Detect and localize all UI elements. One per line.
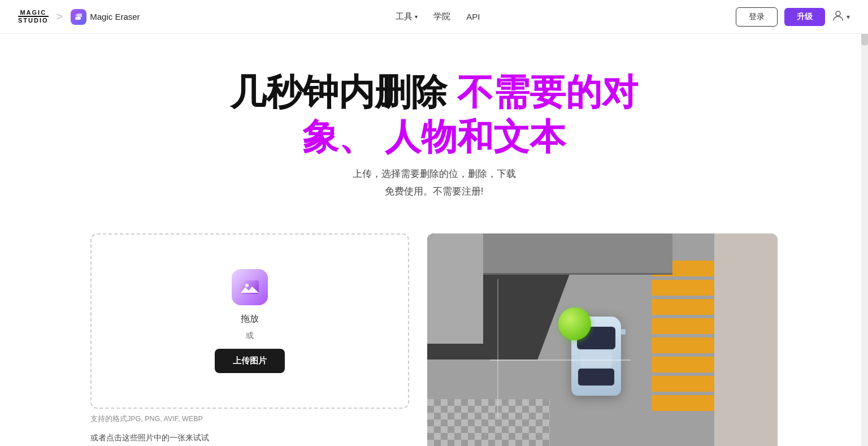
crosswalk <box>652 261 715 440</box>
stripe-4 <box>652 318 715 334</box>
stripe-3 <box>652 299 715 315</box>
nav-tools[interactable]: 工具 ▾ <box>396 11 418 22</box>
aerial-scene <box>427 233 778 446</box>
upgrade-button[interactable]: 升级 <box>784 8 825 26</box>
stripe-8 <box>652 395 715 411</box>
nav-api[interactable]: API <box>466 12 480 21</box>
geo-pattern <box>427 399 550 446</box>
nav-center: 工具 ▾ 学院 API <box>396 11 480 22</box>
hero-section: 几秒钟内删除 不需要的对 象、 人物和文本 上传，选择需要删除的位，删除，下载 … <box>0 34 868 218</box>
magic-eraser-badge[interactable]: Magic Eraser <box>71 9 140 25</box>
concrete-left-wall <box>427 233 483 344</box>
eraser-label: Magic Eraser <box>90 12 140 21</box>
stripe-6 <box>652 357 715 373</box>
svg-point-6 <box>245 284 249 287</box>
stripe-5 <box>652 337 715 353</box>
chevron-down-icon: ▾ <box>415 14 418 20</box>
mirror-right <box>621 329 626 335</box>
upload-button[interactable]: 上传图片 <box>215 349 285 373</box>
hero-title-black: 几秒钟内删除 <box>230 72 447 112</box>
hero-title: 几秒钟内删除 不需要的对 象、 人物和文本 <box>11 68 857 157</box>
chevron-down-icon: ▾ <box>847 13 850 21</box>
road-line-v <box>497 279 498 417</box>
eraser-icon <box>71 9 86 25</box>
car-rear-window <box>578 369 614 386</box>
hero-title-purple: 不需要的对 <box>447 72 638 112</box>
nav-academy[interactable]: 学院 <box>433 11 450 22</box>
user-icon <box>832 9 844 25</box>
user-menu[interactable]: ▾ <box>832 9 850 25</box>
studio-text: STUDIO <box>18 16 49 24</box>
try-photos-label: 或者点击这些照片中的一张来试试 <box>90 433 409 443</box>
demo-image-section <box>427 233 778 446</box>
svg-point-3 <box>836 11 840 16</box>
magic-studio-logo[interactable]: MAGIC STUDIO <box>18 10 49 24</box>
concrete-top <box>480 233 672 275</box>
svg-point-2 <box>76 14 79 16</box>
navbar: MAGIC STUDIO > Magic Eraser 工具 ▾ 学院 API <box>0 0 868 34</box>
upload-image-icon <box>232 269 268 305</box>
green-selection-circle <box>558 308 591 340</box>
upload-section: 拖放 或 上传图片 支持的格式JPG, PNG, AVIF, WEBP 或者点击… <box>90 233 409 446</box>
stripe-7 <box>652 376 715 392</box>
drop-label: 拖放 <box>241 313 259 325</box>
supported-formats: 支持的格式JPG, PNG, AVIF, WEBP <box>90 414 409 424</box>
svg-rect-0 <box>75 17 81 20</box>
nav-left: MAGIC STUDIO > Magic Eraser <box>18 9 140 25</box>
upload-box[interactable]: 拖放 或 上传图片 <box>90 233 409 409</box>
hero-subtitle: 上传，选择需要删除的位，删除，下载 免费使用。不需要注册! <box>11 166 857 200</box>
magic-text: MAGIC <box>20 10 46 16</box>
hero-title-purple-line2: 象、 人物和文本 <box>11 117 857 157</box>
scrollbar[interactable] <box>861 0 868 446</box>
road-line-h <box>490 360 630 361</box>
nav-right: 登录 升级 ▾ <box>736 7 850 27</box>
building-right <box>714 233 778 446</box>
main-content: 拖放 或 上传图片 支持的格式JPG, PNG, AVIF, WEBP 或者点击… <box>0 218 868 446</box>
stripe-2 <box>652 280 715 296</box>
login-button[interactable]: 登录 <box>736 7 778 27</box>
nav-separator: > <box>57 10 63 23</box>
demo-image <box>427 233 778 446</box>
or-label: 或 <box>246 331 254 341</box>
